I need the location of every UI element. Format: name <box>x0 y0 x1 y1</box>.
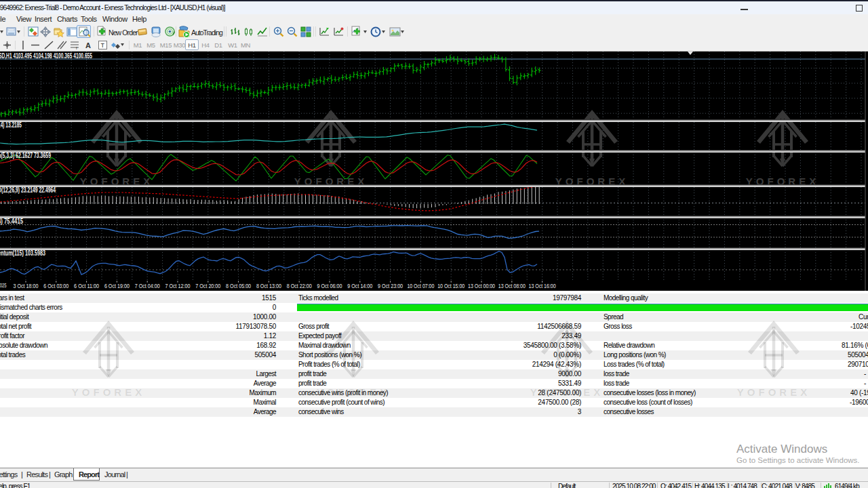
svg-text:7 Oct 04:00: 7 Oct 04:00 <box>135 283 160 289</box>
svg-text:9 Oct 23:00: 9 Oct 23:00 <box>378 283 403 289</box>
svg-text:h(5,3,3) 62.1627 73.3659: h(5,3,3) 62.1627 73.3659 <box>0 151 51 159</box>
svg-text:9 Oct 06:00: 9 Oct 06:00 <box>317 283 342 289</box>
svg-text:8 Oct 13:00: 8 Oct 13:00 <box>256 283 281 289</box>
svg-text:9 Oct 14:00: 9 Oct 14:00 <box>347 283 372 289</box>
svg-text:4) 75.4415: 4) 75.4415 <box>0 217 23 225</box>
svg-text:13 Oct 16:00: 13 Oct 16:00 <box>529 283 556 289</box>
svg-text:7 Oct 20:00: 7 Oct 20:00 <box>195 283 220 289</box>
svg-text:8 Oct 05:00: 8 Oct 05:00 <box>226 283 251 289</box>
svg-text:8 Oct 22:00: 8 Oct 22:00 <box>287 283 312 289</box>
svg-text:2025: 2025 <box>0 282 7 289</box>
svg-text:6 Oct 11:00: 6 Oct 11:00 <box>74 283 99 289</box>
svg-text:13 Oct 00:00: 13 Oct 00:00 <box>468 283 495 289</box>
svg-text:10 Oct 07:00: 10 Oct 07:00 <box>407 283 434 289</box>
svg-text:D(12,26,9) 23.2149 22.4964: D(12,26,9) 23.2149 22.4964 <box>0 186 56 194</box>
svg-text:13 Oct 08:00: 13 Oct 08:00 <box>498 283 526 289</box>
svg-text:7 Oct 12:00: 7 Oct 12:00 <box>165 283 191 289</box>
svg-text:SD,H1 4103.495 4104.198 4100.3: SD,H1 4103.495 4104.198 4100.365 4100.65… <box>0 52 92 60</box>
svg-text:3 Oct 18:00: 3 Oct 18:00 <box>14 283 39 289</box>
svg-text:6 Oct 19:00: 6 Oct 19:00 <box>104 283 130 289</box>
svg-text:T: T <box>101 42 105 49</box>
svg-text:14) 13.2185: 14) 13.2185 <box>0 121 22 129</box>
svg-text:10 Oct 15:00: 10 Oct 15:00 <box>437 283 465 289</box>
svg-text:entum(115) 103.5983: entum(115) 103.5983 <box>0 249 45 257</box>
svg-text:6 Oct 03:00: 6 Oct 03:00 <box>43 283 68 289</box>
